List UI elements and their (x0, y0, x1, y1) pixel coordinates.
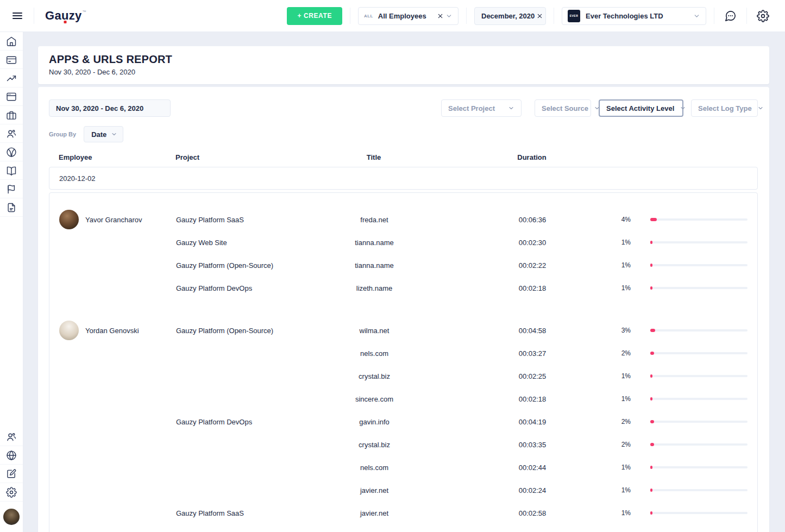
chevron-down-icon[interactable] (445, 12, 453, 20)
employee-filter-badge: ALL (364, 14, 373, 18)
browser-icon (6, 91, 17, 102)
percent-cell: 1% (609, 395, 635, 403)
gear-icon[interactable] (755, 8, 771, 24)
sidebar-item-flag[interactable] (0, 180, 23, 198)
activity-bar (650, 512, 748, 514)
sidebar-item-users[interactable] (0, 428, 23, 446)
sidebar-item-globe[interactable] (0, 446, 23, 465)
sidebar-item-theme[interactable] (0, 465, 23, 483)
sidebar-item-home[interactable] (0, 32, 23, 51)
title-cell: nels.com (293, 349, 456, 358)
date-range-picker[interactable]: Nov 30, 2020 - Dec 6, 2020 (49, 99, 171, 117)
sidebar-item-credit-card[interactable] (0, 51, 23, 69)
user-avatar[interactable] (3, 509, 20, 525)
table-row: nels.com00:03:272% (49, 342, 757, 365)
sidebar-item-trending-up[interactable] (0, 69, 23, 87)
employee-group: Yavor GrancharovGauzy Platform SaaSfreda… (49, 208, 757, 299)
credit-card-icon (6, 54, 17, 65)
select-log-type-dropdown[interactable]: Select Log Type (691, 99, 758, 117)
chevron-down-icon[interactable] (693, 12, 700, 20)
select-source-dropdown[interactable]: Select Source (535, 99, 591, 117)
organization-select[interactable]: EVER Ever Technologies LTD (562, 7, 706, 25)
employee-name: Yavor Grancharov (85, 216, 142, 224)
group-by-select[interactable]: Date (84, 126, 123, 142)
activity-bar-cell (635, 398, 757, 400)
activity-bar-cell (635, 287, 757, 289)
duration-cell: 00:06:36 (456, 216, 609, 224)
table-row: Yordan GenovskiGauzy Platform (Open-Sour… (49, 319, 757, 342)
employee-filter-select[interactable]: ALL All Employees (358, 7, 459, 25)
activity-bar-cell (635, 489, 757, 491)
sidebar-item-book[interactable] (0, 161, 23, 180)
filters-row: Nov 30, 2020 - Dec 6, 2020 Select Projec… (49, 99, 758, 117)
sidebar-item-file-text[interactable] (0, 198, 23, 217)
select-project-dropdown[interactable]: Select Project (441, 99, 522, 117)
gauzy-logo[interactable]: Gauzy™ (45, 9, 86, 23)
percent-cell: 4% (609, 216, 635, 223)
percent-cell: 1% (609, 239, 635, 246)
clear-month-icon[interactable] (537, 13, 543, 19)
organization-avatar: EVER (568, 10, 580, 22)
duration-cell: 00:02:22 (456, 261, 609, 270)
create-button[interactable]: + CREATE (287, 7, 342, 25)
table-row: crystal.biz00:02:251% (49, 365, 757, 387)
main-content: APPS & URLS REPORT Nov 30, 2020 - Dec 6,… (23, 32, 785, 532)
group-by-value: Date (91, 130, 106, 139)
table-row: Gauzy Platform (Open-Source)tianna.name0… (49, 254, 757, 277)
users-icon (6, 128, 17, 139)
activity-bar-fill (650, 511, 652, 515)
select-activity-level-dropdown[interactable]: Select Activity Level (599, 99, 683, 117)
column-header-project: Project (175, 153, 292, 161)
report-date-subtitle: Nov 30, 2020 - Dec 6, 2020 (49, 68, 758, 76)
activity-bar (650, 352, 748, 354)
duration-cell: 00:02:58 (456, 509, 609, 517)
activity-bar-fill (650, 329, 655, 332)
sidebar-item-briefcase[interactable] (0, 106, 23, 124)
duration-cell: 00:02:25 (456, 372, 609, 380)
sidebar-bottom-items (0, 428, 23, 502)
duration-cell: 00:02:18 (456, 284, 609, 292)
select-project-label: Select Project (448, 104, 495, 112)
duration-cell: 00:03:35 (456, 441, 609, 449)
divider (34, 8, 34, 24)
month-filter-select[interactable]: December, 2020 (474, 7, 546, 25)
table-row: javier.net00:02:241% (49, 479, 757, 502)
sidebar-item-browser[interactable] (0, 87, 23, 106)
activity-bar-fill (650, 241, 652, 244)
percent-cell: 1% (609, 284, 635, 292)
page-title: APPS & URLS REPORT (49, 53, 758, 66)
logo-text-u: u (61, 9, 69, 23)
project-cell: Gauzy Platform SaaS (176, 216, 293, 224)
clear-employee-icon[interactable] (437, 13, 443, 19)
title-cell: nels.com (293, 464, 456, 472)
title-cell: sincere.com (293, 395, 456, 403)
activity-bar (650, 375, 748, 377)
chat-icon[interactable] (722, 8, 739, 24)
sidebar-item-disc[interactable] (0, 143, 23, 161)
title-cell: freda.net (293, 216, 456, 224)
organization-value: Ever Technologies LTD (586, 12, 693, 20)
project-cell: Gauzy Platform SaaS (176, 509, 293, 517)
app-window: Gauzy™ + CREATE ALL All Employees Decemb… (0, 0, 785, 532)
hamburger-menu-icon[interactable] (9, 7, 26, 24)
rows-card: Yavor GrancharovGauzy Platform SaaSfreda… (49, 192, 758, 532)
activity-bar-cell (635, 512, 757, 514)
percent-cell: 1% (609, 486, 635, 494)
activity-bar-cell (635, 218, 757, 221)
column-header-duration: Duration (455, 153, 608, 161)
sidebar-item-users[interactable] (0, 124, 23, 143)
duration-cell: 00:03:27 (456, 349, 609, 358)
percent-cell: 1% (609, 509, 635, 517)
select-source-label: Select Source (542, 104, 588, 112)
percent-cell: 3% (609, 327, 635, 334)
activity-bar (650, 218, 748, 221)
file-text-icon (6, 202, 17, 213)
percent-cell: 2% (609, 349, 635, 357)
sidebar-item-settings[interactable] (0, 483, 23, 502)
title-cell: gavin.info (293, 418, 456, 426)
sidebar-avatar-wrap (0, 502, 23, 532)
chevron-down-icon (680, 105, 686, 111)
title-cell: crystal.biz (293, 372, 456, 380)
activity-bar-fill (650, 397, 652, 400)
duration-cell: 00:04:58 (456, 327, 609, 335)
